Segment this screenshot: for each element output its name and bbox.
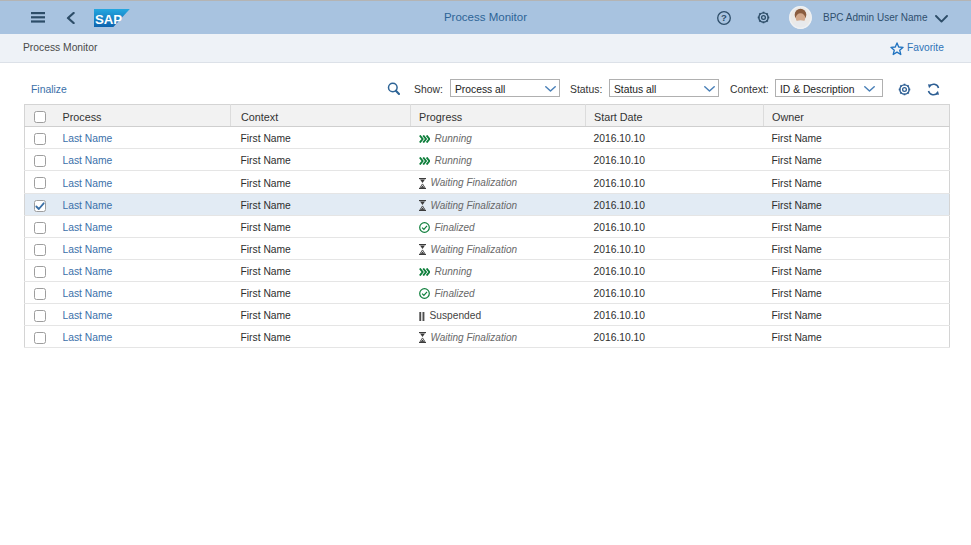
svg-text:SAP: SAP — [95, 12, 122, 27]
svg-text:?: ? — [721, 12, 727, 23]
